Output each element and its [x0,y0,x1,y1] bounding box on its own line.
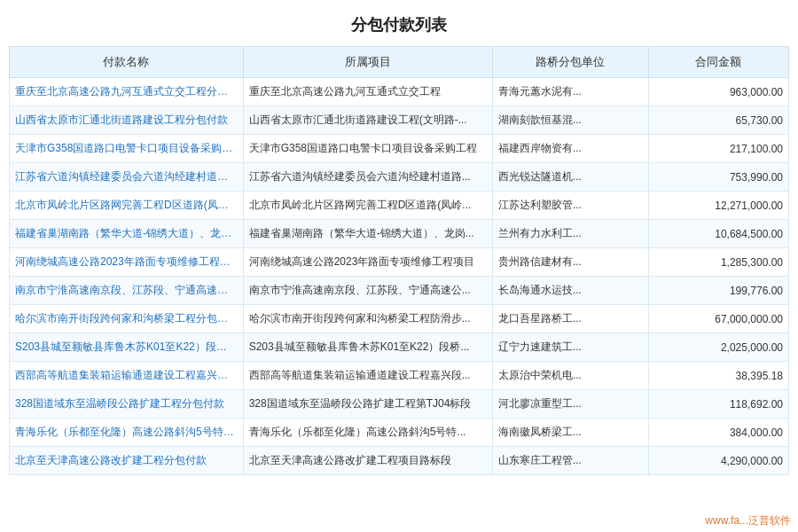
cell-project-name: 重庆至北京高速公路九河互通式立交工程 [243,78,492,106]
col-header-unit: 路桥分包单位 [492,47,648,78]
col-header-name: 付款名称 [10,47,244,78]
cell-project-name: S203县城至额敏县库鲁木苏K01至K22）段桥... [243,333,492,362]
cell-unit-name: 兰州有力水利工... [492,220,648,248]
cell-unit-name: 长岛海通水运技... [492,277,648,305]
col-header-project: 所属项目 [243,47,492,78]
cell-amount: 2,025,000.00 [648,333,788,362]
cell-project-name: 江苏省六道沟镇经建委员会六道沟经建村道路... [243,163,492,192]
cell-unit-name: 青海元蕙水泥有... [492,78,648,106]
table-header: 付款名称 所属项目 路桥分包单位 合同金额 [10,47,789,78]
cell-amount: 199,776.00 [648,277,788,305]
cell-project-name: 北京至天津高速公路改扩建工程项目路标段 [243,447,492,475]
cell-unit-name: 龙口吾星路桥工... [492,305,648,333]
cell-payment-name[interactable]: 328国道域东至温峤段公路扩建工程分包付款 [10,390,244,419]
table-row: 北京市凤岭北片区路网完善工程D区道路(凤岭6号路、...北京市凤岭北片区路网完善… [10,192,789,220]
cell-amount: 1,285,300.00 [648,248,788,277]
cell-unit-name: 湖南刻歆恒基混... [492,106,648,135]
cell-project-name: 天津市G358国道路口电警卡口项目设备采购工程 [243,135,492,163]
cell-unit-name: 海南徽凤桥梁工... [492,419,648,447]
cell-project-name: 福建省巢湖南路（繁华大道-锦绣大道）、龙岗... [243,220,492,248]
cell-unit-name: 山东寒庄工程管... [492,447,648,475]
cell-payment-name[interactable]: 南京市宁淮高速南京段、江苏段、宁通高速公路劳务协... [10,277,244,305]
table-row: 哈尔滨市南开街段跨何家和沟桥梁工程分包付款哈尔滨市南开街段跨何家和沟桥梁工程防滑… [10,305,789,333]
page-title: 分包付款列表 [0,0,798,46]
cell-payment-name[interactable]: 天津市G358国道路口电警卡口项目设备采购工程分包... [10,135,244,163]
cell-payment-name[interactable]: 北京市凤岭北片区路网完善工程D区道路(凤岭6号路、... [10,192,244,220]
table-row: 江苏省六道沟镇经建委员会六道沟经建村道路建设项目...江苏省六道沟镇经建委员会六… [10,163,789,192]
cell-amount: 384,000.00 [648,419,788,447]
cell-amount: 10,684,500.00 [648,220,788,248]
table-body: 重庆至北京高速公路九河互通式立交工程分包付款重庆至北京高速公路九河互通式立交工程… [10,78,789,475]
cell-amount: 65,730.00 [648,106,788,135]
cell-payment-name[interactable]: 江苏省六道沟镇经建委员会六道沟经建村道路建设项目... [10,163,244,192]
cell-project-name: 山西省太原市汇通北街道路建设工程(文明路-... [243,106,492,135]
cell-amount: 118,692.00 [648,390,788,419]
cell-payment-name[interactable]: 哈尔滨市南开街段跨何家和沟桥梁工程分包付款 [10,305,244,333]
cell-amount: 963,000.00 [648,78,788,106]
cell-payment-name[interactable]: 北京至天津高速公路改扩建工程分包付款 [10,447,244,475]
cell-amount: 217,100.00 [648,135,788,163]
cell-payment-name[interactable]: S203县城至额敏县库鲁木苏K01至K22）段桥梁养护大... [10,333,244,362]
cell-payment-name[interactable]: 青海乐化（乐都至化隆）高速公路斜沟5号特大桥分包... [10,419,244,447]
table-row: 河南绕城高速公路2023年路面专项维修工程项目分包付款河南绕城高速公路2023年… [10,248,789,277]
cell-project-name: 西部高等航道集装箱运输通道建设工程嘉兴段... [243,362,492,390]
table-container: 付款名称 所属项目 路桥分包单位 合同金额 重庆至北京高速公路九河互通式立交工程… [0,46,798,484]
table-row: 天津市G358国道路口电警卡口项目设备采购工程分包...天津市G358国道路口电… [10,135,789,163]
cell-unit-name: 太原治中荣机电... [492,362,648,390]
cell-project-name: 河南绕城高速公路2023年路面专项维修工程项目 [243,248,492,277]
cell-amount: 4,290,000.00 [648,447,788,475]
table-row: 青海乐化（乐都至化隆）高速公路斜沟5号特大桥分包...青海乐化（乐都至化隆）高速… [10,419,789,447]
col-header-amount: 合同金额 [648,47,788,78]
cell-unit-name: 福建西岸物资有... [492,135,648,163]
cell-payment-name[interactable]: 河南绕城高速公路2023年路面专项维修工程项目分包付款 [10,248,244,277]
cell-project-name: 哈尔滨市南开街段跨何家和沟桥梁工程防滑步... [243,305,492,333]
table-row: 山西省太原市汇通北街道路建设工程分包付款山西省太原市汇通北街道路建设工程(文明路… [10,106,789,135]
cell-amount: 12,271,000.00 [648,192,788,220]
table-row: 北京至天津高速公路改扩建工程分包付款北京至天津高速公路改扩建工程项目路标段山东寒… [10,447,789,475]
cell-unit-name: 贵州路信建材有... [492,248,648,277]
cell-payment-name[interactable]: 西部高等航道集装箱运输通道建设工程嘉兴段SG-1 标... [10,362,244,390]
cell-project-name: 南京市宁淮高速南京段、江苏段、宁通高速公... [243,277,492,305]
table-row: 西部高等航道集装箱运输通道建设工程嘉兴段SG-1 标...西部高等航道集装箱运输… [10,362,789,390]
table-row: 重庆至北京高速公路九河互通式立交工程分包付款重庆至北京高速公路九河互通式立交工程… [10,78,789,106]
cell-payment-name[interactable]: 福建省巢湖南路（繁华大道-锦绣大道）、龙岗路和采... [10,220,244,248]
cell-unit-name: 河北廖凉重型工... [492,390,648,419]
cell-unit-name: 辽宁力速建筑工... [492,333,648,362]
cell-unit-name: 江苏达利塑胶管... [492,192,648,220]
watermark: www.fa...泛普软件 [705,513,791,528]
cell-amount: 67,000,000.00 [648,305,788,333]
cell-payment-name[interactable]: 山西省太原市汇通北街道路建设工程分包付款 [10,106,244,135]
table-row: 南京市宁淮高速南京段、江苏段、宁通高速公路劳务协...南京市宁淮高速南京段、江苏… [10,277,789,305]
cell-project-name: 青海乐化（乐都至化隆）高速公路斜沟5号特... [243,419,492,447]
cell-amount: 38,395.18 [648,362,788,390]
cell-project-name: 北京市凤岭北片区路网完善工程D区道路(凤岭... [243,192,492,220]
cell-unit-name: 西光锐达隧道机... [492,163,648,192]
data-table: 付款名称 所属项目 路桥分包单位 合同金额 重庆至北京高速公路九河互通式立交工程… [9,46,789,475]
table-row: 福建省巢湖南路（繁华大道-锦绣大道）、龙岗路和采...福建省巢湖南路（繁华大道-… [10,220,789,248]
cell-amount: 753,990.00 [648,163,788,192]
cell-payment-name[interactable]: 重庆至北京高速公路九河互通式立交工程分包付款 [10,78,244,106]
table-row: S203县城至额敏县库鲁木苏K01至K22）段桥梁养护大...S203县城至额敏… [10,333,789,362]
cell-project-name: 328国道域东至温峤段公路扩建工程第TJ04标段 [243,390,492,419]
table-row: 328国道域东至温峤段公路扩建工程分包付款328国道域东至温峤段公路扩建工程第T… [10,390,789,419]
